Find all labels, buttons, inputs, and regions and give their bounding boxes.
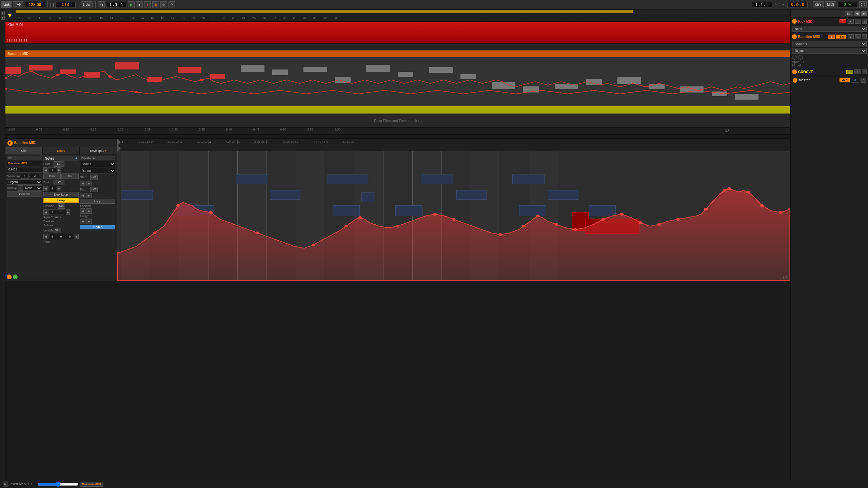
fullscreen-button[interactable]: ⛶ xyxy=(859,1,867,8)
time-sig-display[interactable]: 4 / 4 xyxy=(55,2,76,8)
env-end-inc[interactable]: ▶ xyxy=(86,193,92,198)
rpanel-bassline-vol[interactable]: -8.0 xyxy=(836,35,846,39)
len-dec-btn[interactable]: ◀ xyxy=(43,234,47,239)
pr-rec-indicator[interactable] xyxy=(7,274,12,279)
bassline-clip-header[interactable]: Bassline MIDI xyxy=(5,50,790,57)
bassline-track-content[interactable]: Bassline MIDI xyxy=(5,50,790,106)
link-button[interactable]: Link xyxy=(1,1,12,8)
inv-button[interactable]: Inv xyxy=(61,174,79,179)
drop-zone[interactable]: Drop Files and Devices Here xyxy=(5,114,790,127)
arrangement-record-button[interactable]: ⊕ xyxy=(152,1,159,8)
rpanel-groove-s-btn[interactable]: S xyxy=(854,69,861,74)
start-inc-btn[interactable]: ▶ xyxy=(57,167,61,173)
groove-clip[interactable] xyxy=(5,106,790,114)
len-val-field-2[interactable] xyxy=(57,234,65,239)
loop-display[interactable]: 8 . 0 . 0 xyxy=(787,2,808,8)
end-val-field[interactable] xyxy=(48,186,56,191)
bassline-signal-btn[interactable] xyxy=(792,34,797,39)
env-end-dec[interactable]: ◀ xyxy=(80,193,85,198)
clip-button[interactable]: ◎ xyxy=(160,1,167,8)
len-val-field[interactable] xyxy=(48,234,56,239)
signal-dot-2[interactable] xyxy=(798,55,803,60)
tap-button[interactable]: TAP xyxy=(13,1,23,8)
pos-val-field-2[interactable] xyxy=(57,209,65,215)
sig-num-field[interactable] xyxy=(21,174,29,179)
loop-range-button[interactable]: 1 Bar xyxy=(81,1,93,8)
position-display[interactable]: 1 . 1 . 1 xyxy=(106,2,126,8)
env-len-dec[interactable]: ◀ xyxy=(80,219,85,224)
scrub-bar[interactable] xyxy=(5,9,790,14)
master-signal-btn[interactable] xyxy=(793,78,797,83)
set-button[interactable]: Set xyxy=(845,11,853,16)
end-inc-btn[interactable]: ▶ xyxy=(57,186,61,191)
rpanel-bassline-num[interactable]: 2 xyxy=(828,35,835,39)
zoom-slider[interactable] xyxy=(38,483,78,486)
kick-clip[interactable]: Kick MIDI xyxy=(5,22,790,43)
kick-signal-btn[interactable] xyxy=(792,19,797,24)
scroll-down-btn[interactable]: ▼ xyxy=(1,16,5,20)
rewind-button[interactable]: ⏮ xyxy=(98,1,105,8)
clip-key-field[interactable]: G2-D3 xyxy=(7,167,42,172)
rpanel-groove-expand[interactable]: ⋮ xyxy=(862,69,867,74)
dup-loop-button[interactable]: Dupl Loop xyxy=(43,192,79,197)
groove-signal-btn[interactable] xyxy=(792,69,797,74)
groove-track-content[interactable] xyxy=(5,106,790,114)
rpanel-groove-num[interactable]: 3 xyxy=(846,70,853,74)
rev-button[interactable]: Rev xyxy=(43,174,61,179)
clip-name-field[interactable]: Bassline MIDI xyxy=(7,161,42,166)
master-expand-btn[interactable]: ⋮ xyxy=(861,78,866,83)
env-param-select[interactable]: flt1 cut xyxy=(80,168,115,174)
record-button[interactable]: ● xyxy=(144,1,151,8)
rpanel-bassline-inst2[interactable]: filt_cut xyxy=(792,48,867,54)
add-notes-btn[interactable]: + xyxy=(75,157,77,160)
midi-button[interactable]: MIDI xyxy=(825,1,836,8)
len-val-field-3[interactable] xyxy=(66,234,74,239)
pos-dec-btn[interactable]: ◀ xyxy=(43,209,47,215)
env-end-set-btn[interactable]: Set xyxy=(90,187,98,192)
env-len-inc[interactable]: ▶ xyxy=(86,219,92,224)
pr-clip-play-btn[interactable]: ▶ xyxy=(7,140,13,146)
sig-den-field[interactable] xyxy=(31,174,39,179)
rpanel-kick-c-btn[interactable]: C xyxy=(855,19,861,24)
add-env-btn[interactable]: + xyxy=(112,157,114,160)
end-dec-btn[interactable]: ◀ xyxy=(43,186,47,191)
commit-button[interactable]: Commit xyxy=(7,191,42,197)
loop-button[interactable]: Loop xyxy=(43,198,79,203)
panel-expand-btn[interactable]: ◀ xyxy=(854,11,860,16)
pos-val-field[interactable] xyxy=(48,209,56,215)
follow-button[interactable]: ↷ xyxy=(169,1,175,8)
groove-knob[interactable]: ○ xyxy=(18,185,23,191)
start-dec-btn[interactable]: ◀ xyxy=(43,167,47,173)
env-start-set-btn[interactable]: Set xyxy=(90,175,98,180)
signal-dot-1[interactable] xyxy=(792,55,797,60)
env-start-dec[interactable]: ◀ xyxy=(80,181,85,186)
loop-region[interactable] xyxy=(16,10,633,13)
rpanel-kick-s-btn[interactable]: S xyxy=(848,19,854,24)
key-button[interactable]: KEY xyxy=(813,1,824,8)
rpanel-bassline-c-btn[interactable]: C xyxy=(855,34,861,39)
env-loop-btn[interactable]: Loop xyxy=(80,199,115,204)
kick-track-content[interactable]: Kick MIDI xyxy=(5,22,790,43)
status-play-btn[interactable]: ▶ xyxy=(3,482,8,487)
tab-envelopes[interactable]: Envelopes + xyxy=(80,147,117,155)
scroll-up-btn[interactable]: ▲ xyxy=(1,11,5,15)
loop-pos-display[interactable]: 1 . 1 . 1 xyxy=(752,2,772,7)
start-val-field[interactable] xyxy=(48,167,56,173)
env-pos-dec[interactable]: ◀ xyxy=(80,208,85,214)
env-pos-inc[interactable]: ▶ xyxy=(86,208,92,214)
linked-button[interactable]: Linked xyxy=(80,225,115,229)
pr-content[interactable]: 1/4 xyxy=(117,151,790,281)
master-vol-display[interactable]: -0.0 xyxy=(840,78,850,82)
master-pan-display[interactable]: 0 xyxy=(851,78,859,83)
rpanel-bassline-s-btn[interactable]: S xyxy=(848,34,854,39)
pr-play-indicator[interactable] xyxy=(13,274,18,279)
env-start-inc[interactable]: ▶ xyxy=(86,181,92,186)
groove-select[interactable]: None xyxy=(24,185,42,191)
play-button[interactable]: ▶ xyxy=(128,1,135,8)
bpm-display[interactable]: 128.00 xyxy=(25,2,45,8)
add-envelope-btn[interactable]: + xyxy=(105,149,106,152)
end-set-btn[interactable]: Set xyxy=(54,180,64,185)
pr-left-arrow[interactable] xyxy=(117,139,121,146)
rpanel-kick-sends[interactable]: None xyxy=(792,26,867,32)
len-inc-btn[interactable]: ▶ xyxy=(75,234,79,239)
